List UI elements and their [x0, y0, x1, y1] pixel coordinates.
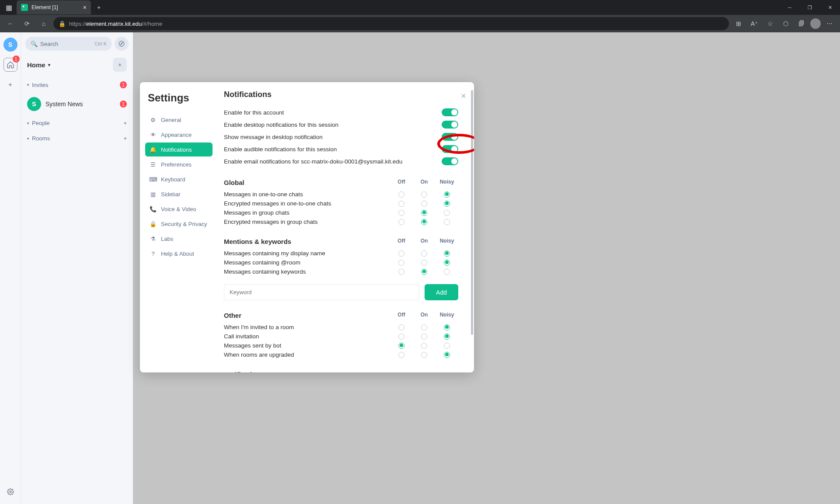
- home-add-button[interactable]: +: [113, 58, 127, 72]
- search-input[interactable]: 🔍Search Ctrl K: [25, 37, 112, 51]
- window-maximize-button[interactable]: ❐: [800, 0, 820, 15]
- targets-heading: Notification targets: [224, 371, 458, 372]
- toggle-switch[interactable]: [442, 121, 458, 129]
- quick-settings-button[interactable]: [3, 485, 17, 499]
- radio-option[interactable]: [421, 260, 427, 266]
- radio-option[interactable]: [444, 210, 450, 216]
- element-favicon: [21, 4, 28, 11]
- toggle-row: Enable email notifications for scc-matri…: [224, 155, 458, 167]
- radio-option[interactable]: [421, 343, 427, 349]
- radio-option[interactable]: [444, 334, 450, 340]
- settings-nav-general[interactable]: ⚙General: [145, 113, 213, 127]
- radio-option[interactable]: [421, 219, 427, 225]
- radio-col-header: On: [413, 179, 436, 186]
- settings-nav-labs[interactable]: ⚗Labs: [145, 232, 213, 246]
- read-aloud-icon[interactable]: A⁺: [747, 17, 761, 31]
- profile-avatar-icon[interactable]: [810, 18, 821, 29]
- add-people-button[interactable]: +: [123, 120, 127, 126]
- settings-nav-preferences[interactable]: ☰Preferences: [145, 157, 213, 171]
- radio-option[interactable]: [444, 191, 450, 198]
- settings-nav-appearance[interactable]: 👁Appearance: [145, 128, 213, 142]
- radio-option[interactable]: [444, 269, 450, 275]
- add-keyword-button[interactable]: Add: [425, 284, 458, 300]
- create-space-button[interactable]: +: [3, 78, 17, 92]
- toggle-switch[interactable]: [442, 133, 458, 141]
- settings-nav-notifications[interactable]: 🔔Notifications: [145, 143, 213, 156]
- nav-item-label: Voice & Video: [161, 206, 196, 212]
- settings-nav-help-about[interactable]: ?Help & About: [145, 247, 213, 261]
- tab-manager-icon[interactable]: ▦: [3, 1, 15, 14]
- radio-option[interactable]: [421, 201, 427, 207]
- radio-option[interactable]: [444, 201, 450, 207]
- radio-col-header: Noisy: [436, 238, 458, 245]
- toggle-switch[interactable]: [442, 145, 458, 153]
- radio-option[interactable]: [421, 191, 427, 198]
- nav-item-icon: ▥: [150, 191, 157, 198]
- radio-option[interactable]: [444, 324, 450, 330]
- radio-option[interactable]: [421, 334, 427, 340]
- home-heading[interactable]: Home▾: [27, 61, 50, 69]
- radio-option[interactable]: [444, 352, 450, 358]
- radio-option[interactable]: [421, 352, 427, 358]
- nav-item-label: Preferences: [161, 161, 192, 168]
- add-room-button[interactable]: +: [123, 135, 127, 142]
- radio-option[interactable]: [421, 250, 427, 257]
- radio-col-header: Off: [390, 312, 413, 319]
- radio-option[interactable]: [444, 260, 450, 266]
- settings-nav-security-privacy[interactable]: 🔒Security & Privacy: [145, 217, 213, 231]
- search-shortcut: Ctrl K: [95, 41, 107, 46]
- user-avatar[interactable]: S: [3, 38, 17, 52]
- window-close-button[interactable]: ✕: [820, 0, 840, 15]
- radio-option[interactable]: [398, 210, 404, 216]
- radio-option[interactable]: [398, 219, 404, 225]
- room-item-system-news[interactable]: S System News 1: [25, 94, 129, 114]
- extensions-icon[interactable]: ⬡: [779, 17, 793, 31]
- settings-nav-voice-video[interactable]: 📞Voice & Video: [145, 202, 213, 216]
- radio-option[interactable]: [398, 201, 404, 207]
- chevron-down-icon: ▾: [48, 63, 50, 67]
- radio-option[interactable]: [421, 269, 427, 275]
- room-list-panel: 🔍Search Ctrl K Home▾ + ▾Invites 1 S Syst…: [21, 32, 133, 504]
- section-invites[interactable]: ▾Invites 1: [25, 79, 129, 91]
- radio-option[interactable]: [421, 210, 427, 216]
- radio-option[interactable]: [398, 250, 404, 257]
- radio-option[interactable]: [421, 324, 427, 330]
- radio-option[interactable]: [444, 250, 450, 257]
- more-icon[interactable]: ⋯: [823, 17, 837, 31]
- nav-refresh-button[interactable]: ⟳: [20, 17, 34, 31]
- home-space-button[interactable]: 1: [3, 58, 17, 72]
- scrollbar[interactable]: [471, 90, 473, 335]
- collections-icon[interactable]: 🗐: [795, 17, 809, 31]
- close-tab-icon[interactable]: ×: [83, 4, 87, 11]
- radio-option[interactable]: [444, 343, 450, 349]
- window-minimize-button[interactable]: ─: [780, 0, 800, 15]
- radio-option[interactable]: [398, 191, 404, 198]
- browser-tab-element[interactable]: Element [1] ×: [17, 0, 91, 14]
- radio-option[interactable]: [444, 219, 450, 225]
- settings-nav-sidebar[interactable]: ▥Sidebar: [145, 187, 213, 201]
- section-rooms[interactable]: ▾Rooms +: [25, 132, 129, 144]
- nav-home-button[interactable]: ⌂: [37, 17, 51, 31]
- favorites-icon[interactable]: ☆: [763, 17, 777, 31]
- nav-back-button[interactable]: ←: [3, 17, 17, 31]
- toggle-switch[interactable]: [442, 157, 458, 165]
- toggle-switch[interactable]: [442, 108, 458, 116]
- radio-option[interactable]: [398, 352, 404, 358]
- radio-option[interactable]: [398, 269, 404, 275]
- radio-option[interactable]: [398, 260, 404, 266]
- address-bar[interactable]: 🔒 https://element.matrix.kit.edu/#/home: [53, 17, 729, 30]
- toggle-row: Show message in desktop notification: [224, 131, 458, 143]
- radio-row-label: Messages containing @room: [224, 259, 390, 266]
- settings-nav-keyboard[interactable]: ⌨Keyboard: [145, 172, 213, 186]
- toggle-label: Enable email notifications for scc-matri…: [224, 158, 402, 165]
- radio-row-label: Messages containing my display name: [224, 250, 390, 257]
- radio-option[interactable]: [398, 343, 404, 349]
- radio-option[interactable]: [398, 324, 404, 330]
- new-tab-button[interactable]: +: [93, 1, 105, 14]
- explore-button[interactable]: [115, 37, 129, 51]
- add-extension-icon[interactable]: ⊞: [732, 17, 746, 31]
- nav-item-label: General: [161, 117, 181, 123]
- section-people[interactable]: ▾People +: [25, 117, 129, 129]
- radio-option[interactable]: [398, 334, 404, 340]
- keyword-input[interactable]: [224, 284, 419, 300]
